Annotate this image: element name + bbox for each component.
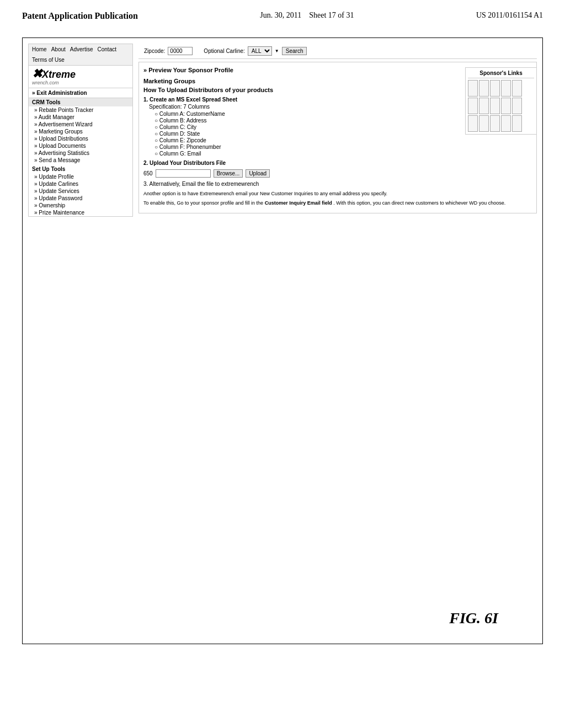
note2-part1: To enable this, Go to your sponsor profi… xyxy=(143,200,265,206)
patent-header: Patent Application Publication Jun. 30, … xyxy=(0,0,565,26)
nav-bar: Home About Advertise Contact Terms of Us… xyxy=(29,44,132,66)
logo-sub: wrench.com xyxy=(32,80,129,85)
link-box-11[interactable] xyxy=(468,115,478,132)
upload-button[interactable]: Upload xyxy=(246,169,270,178)
patent-date: Jun. 30, 2011 xyxy=(260,11,301,19)
nav-contact[interactable]: Contact xyxy=(98,46,116,52)
crm-section-label: CRM Tools xyxy=(29,98,132,106)
note1: Another option is to have Extremewrench … xyxy=(143,190,532,197)
dropdown-arrow-icon: ▼ xyxy=(275,49,279,53)
sidebar-send-message[interactable]: Send a Message xyxy=(29,157,132,164)
file-path-input[interactable] xyxy=(156,169,211,178)
sponsors-links-panel: Sponsor's Links xyxy=(465,67,537,135)
note2: To enable this, Go to your sponsor profi… xyxy=(143,200,532,207)
step2-title: 2. Upload Your Distributors File xyxy=(143,160,532,166)
nav-advertise[interactable]: Advertise xyxy=(70,46,93,52)
carline-select[interactable]: ALL xyxy=(248,46,272,56)
left-sidebar: Home About Advertise Contact Terms of Us… xyxy=(28,44,133,217)
link-box-2[interactable] xyxy=(479,80,489,97)
browse-button[interactable]: Browse... xyxy=(214,169,243,178)
step3-title: 3. Alternatively, Email the file to extr… xyxy=(143,181,532,187)
carline-label: Optional Carline: xyxy=(204,48,244,54)
sidebar-audit-manager[interactable]: Audit Manager xyxy=(29,114,132,121)
exit-admin[interactable]: » Exit Administration xyxy=(29,88,132,98)
column-e: Column E: Zipcode xyxy=(154,137,532,143)
link-box-14[interactable] xyxy=(501,115,511,132)
link-box-1[interactable] xyxy=(468,80,478,97)
note2-part2: . With this option, you can direct new c… xyxy=(333,200,505,206)
link-box-10[interactable] xyxy=(512,98,522,114)
link-box-9[interactable] xyxy=(501,98,511,114)
link-box-13[interactable] xyxy=(490,115,500,132)
sidebar-update-password[interactable]: Update Password xyxy=(29,195,132,202)
link-box-7[interactable] xyxy=(479,98,489,114)
links-boxes xyxy=(468,80,534,132)
column-f: Column F: Phonenumber xyxy=(154,144,532,150)
upload-row: 650 Browse... Upload xyxy=(143,169,532,178)
link-box-4[interactable] xyxy=(501,80,511,97)
sidebar-update-profile[interactable]: Update Profile xyxy=(29,173,132,180)
zipcode-label: Zipcode: xyxy=(144,48,165,54)
link-box-5[interactable] xyxy=(512,80,522,97)
sidebar-upload-documents[interactable]: Upload Documents xyxy=(29,142,132,149)
sponsors-links-title: Sponsor's Links xyxy=(468,70,534,78)
logo-area: ✖Xtreme wrench.com xyxy=(29,66,132,88)
sidebar-upload-distributions[interactable]: Upload Distributions xyxy=(29,135,132,142)
top-bar: Zipcode: Optional Carline: ALL ▼ Search xyxy=(138,44,537,59)
zip-area: Zipcode: xyxy=(144,47,193,55)
links-row-1 xyxy=(468,80,534,97)
search-button[interactable]: Search xyxy=(282,47,307,55)
sidebar-ownership[interactable]: Ownership xyxy=(29,202,132,209)
link-box-15[interactable] xyxy=(512,115,522,132)
link-box-6[interactable] xyxy=(468,98,478,114)
fig-label: FIG. 6I xyxy=(449,609,498,627)
link-box-3[interactable] xyxy=(490,80,500,97)
link-box-12[interactable] xyxy=(479,115,489,132)
sidebar-advertising-statistics[interactable]: Advertising Statistics xyxy=(29,149,132,157)
zipcode-input[interactable] xyxy=(168,47,193,55)
patent-sheet: Sheet 17 of 31 xyxy=(309,11,354,19)
links-row-3 xyxy=(468,115,534,132)
main-content: Zipcode: Optional Carline: ALL ▼ Search … xyxy=(138,44,537,638)
patent-number: US 2011/0161154 A1 xyxy=(476,11,543,20)
diagram-area: Home About Advertise Contact Terms of Us… xyxy=(22,38,543,644)
sidebar-advertisement-wizard[interactable]: Advertisement Wizard xyxy=(29,121,132,128)
nav-terms[interactable]: Terms of Use xyxy=(32,57,65,63)
sidebar-update-carlines[interactable]: Update Carlines xyxy=(29,180,132,188)
carline-area: Optional Carline: ALL ▼ Search xyxy=(204,46,307,56)
sidebar-marketing-groups[interactable]: Marketing Groups xyxy=(29,128,132,135)
links-row-2 xyxy=(468,98,534,114)
column-g: Column G: Email xyxy=(154,151,532,157)
sidebar-rebate-points[interactable]: Rebate Points Tracker xyxy=(29,106,132,114)
note2-bold: Customer Inquiry Email field xyxy=(265,200,332,206)
nav-about[interactable]: About xyxy=(51,46,66,52)
nav-home[interactable]: Home xyxy=(32,46,47,52)
char-count: 650 xyxy=(143,170,153,176)
patent-title: Patent Application Publication xyxy=(22,11,138,21)
step3: 3. Alternatively, Email the file to extr… xyxy=(143,181,532,187)
link-box-8[interactable] xyxy=(490,98,500,114)
step2: 2. Upload Your Distributors File 650 Bro… xyxy=(143,160,532,178)
setup-section-label: Set Up Tools xyxy=(29,165,132,173)
sidebar-update-services[interactable]: Update Services xyxy=(29,188,132,195)
logo-main: ✖Xtreme xyxy=(32,68,129,80)
sidebar-prize-maintenance[interactable]: Prize Maintenance xyxy=(29,209,132,216)
patent-meta: Jun. 30, 2011 Sheet 17 of 31 xyxy=(260,11,354,20)
